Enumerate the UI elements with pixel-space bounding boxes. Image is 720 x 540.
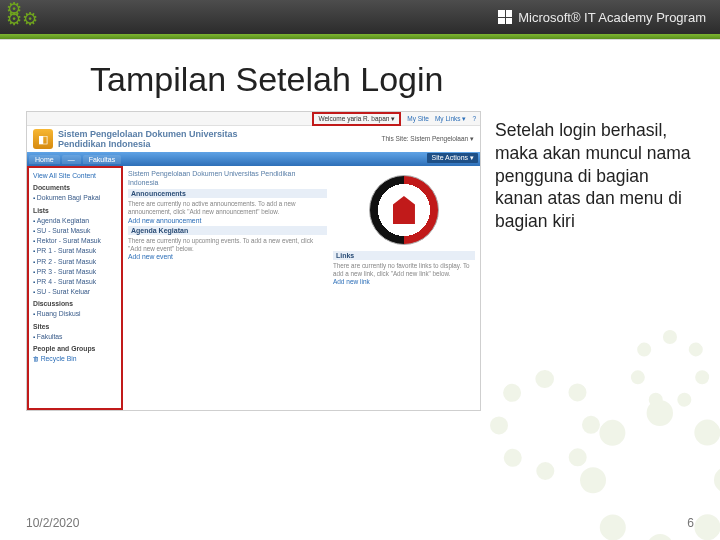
microsoft-logo-icon [498,10,512,24]
nav-hdr-people[interactable]: People and Groups [33,344,117,354]
program-header: Microsoft® IT Academy Program [0,0,720,34]
nav-list-item[interactable]: PR 3 - Surat Masuk [33,267,117,277]
nav-list-item[interactable]: SU - Surat Keluar [33,287,117,297]
nav-hdr-sites: Sites [33,322,117,332]
ss-topbar: Welcome yaria R. bapan ▾ My Site My Link… [27,112,480,126]
nav-list-item[interactable]: PR 2 - Surat Masuk [33,257,117,267]
recycle-bin-link[interactable]: Recycle Bin [33,354,117,364]
welcome-user[interactable]: Welcome yaria R. bapan ▾ [312,112,401,126]
slide-footer: 10/2/2020 6 [26,516,694,530]
corner-gears-icon: ⚙⚙⚙ [6,4,38,24]
agenda-header: Agenda Kegiatan [128,226,327,235]
mysite-link[interactable]: My Site [407,115,429,122]
nav-hdr-documents: Documents [33,183,117,193]
links-header: Links [333,251,475,260]
tab-2[interactable]: — [62,155,81,164]
nav-site-item[interactable]: Fakultas [33,332,117,342]
tab-fakultas[interactable]: Fakultas [83,155,121,164]
slide-date: 10/2/2020 [26,516,79,530]
mylinks-link[interactable]: My Links ▾ [435,115,466,123]
links-empty-text: There are currently no favorite links to… [333,262,475,278]
slide-description: Setelah login berhasil, maka akan muncul… [495,111,696,411]
site-name[interactable]: Sistem Pengelolaan Dokumen Universitas P… [58,129,268,149]
agenda-empty-text: There are currently no upcoming events. … [128,237,327,253]
nav-list-item[interactable]: PR 1 - Surat Masuk [33,246,117,256]
help-icon[interactable]: ? [472,115,476,122]
announcements-header: Announcements [128,189,327,198]
page-heading: Sistem Pengelolaan Dokumen Universitas P… [128,169,327,187]
site-title-row: ◧ Sistem Pengelolaan Dokumen Universitas… [27,126,480,152]
program-name: Microsoft® IT Academy Program [518,10,706,25]
tab-home[interactable]: Home [29,155,60,164]
announcements-empty-text: There are currently no active announceme… [128,200,327,216]
slide-page-number: 6 [687,516,694,530]
add-announcement-link[interactable]: Add new announcement [128,217,327,224]
site-search-scope[interactable]: This Site: Sistem Pengelolaan ▾ [381,135,474,143]
nav-tabs: Home — Fakultas Site Actions ▾ [27,152,480,166]
site-logo-icon: ◧ [33,129,53,149]
nav-list-item[interactable]: Agenda Kegiatan [33,216,117,226]
nav-hdr-lists: Lists [33,206,117,216]
view-all-link[interactable]: View All Site Content [33,171,117,181]
nav-list-item[interactable]: Rektor - Surat Masuk [33,236,117,246]
nav-discussion-item[interactable]: Ruang Diskusi [33,309,117,319]
nav-doc-item[interactable]: Dokumen Bagi Pakai [33,193,117,203]
site-actions-menu[interactable]: Site Actions ▾ [427,153,478,163]
nav-list-item[interactable]: PR 4 - Surat Masuk [33,277,117,287]
left-nav: View All Site Content Documents Dokumen … [27,166,123,410]
nav-hdr-discussions: Discussions [33,299,117,309]
sharepoint-screenshot: Welcome yaria R. bapan ▾ My Site My Link… [26,111,481,411]
upi-logo-icon [369,175,439,245]
add-link-link[interactable]: Add new link [333,278,475,285]
slide-title: Tampilan Setelah Login [0,40,720,111]
nav-list-item[interactable]: SU - Surat Masuk [33,226,117,236]
add-event-link[interactable]: Add new event [128,253,327,260]
